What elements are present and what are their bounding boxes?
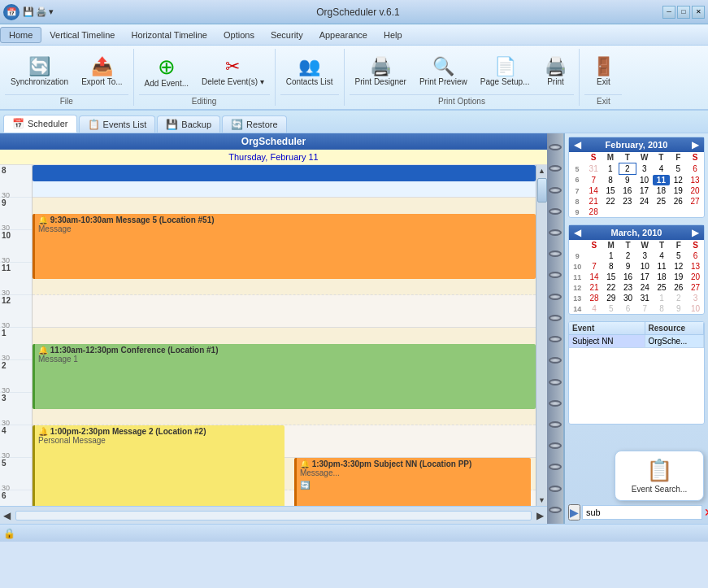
calendar-day[interactable]: 17 bbox=[636, 272, 654, 282]
calendar-day[interactable]: 25 bbox=[654, 282, 671, 293]
tab-scheduler[interactable]: 📅 Scheduler bbox=[3, 115, 77, 133]
print-quick-btn[interactable]: 🖨️ bbox=[36, 7, 47, 17]
calendar-day[interactable]: 6 bbox=[687, 250, 704, 261]
calendar-day[interactable]: 19 bbox=[670, 272, 687, 282]
calendar-day[interactable]: 22 bbox=[602, 282, 619, 293]
calendar-day[interactable]: 30 bbox=[619, 293, 636, 303]
calendar-day[interactable]: 8 bbox=[654, 303, 671, 314]
print-button[interactable]: 🖨️ Print bbox=[536, 49, 574, 94]
save-quick-btn[interactable]: 💾 bbox=[23, 7, 34, 17]
calendar-day[interactable] bbox=[619, 207, 636, 217]
calendar-day[interactable]: 16 bbox=[619, 272, 636, 282]
calendar-day[interactable]: 7 bbox=[585, 175, 602, 186]
event-message5[interactable]: 🔔 9:30am-10:30am Message 5 (Location #51… bbox=[33, 214, 536, 279]
calendar-day[interactable]: 27 bbox=[687, 282, 704, 293]
menu-security[interactable]: Security bbox=[263, 28, 311, 42]
scroll-thumb[interactable] bbox=[537, 178, 547, 203]
calendar-day[interactable]: 15 bbox=[602, 185, 619, 196]
calendar-day[interactable]: 15 bbox=[602, 272, 619, 282]
calendar-day[interactable]: 31 bbox=[585, 163, 602, 175]
search-input[interactable] bbox=[582, 505, 702, 520]
calendar-day[interactable]: 26 bbox=[670, 196, 687, 207]
calendar-day[interactable]: 7 bbox=[636, 303, 654, 314]
close-button[interactable]: ✕ bbox=[692, 6, 705, 19]
calendar-day[interactable]: 10 bbox=[636, 175, 653, 186]
scroll-right-button[interactable]: ▶ bbox=[533, 510, 547, 521]
calendar-day[interactable]: 17 bbox=[636, 185, 653, 196]
calendar-day[interactable]: 3 bbox=[636, 163, 653, 175]
calendar-day[interactable]: 10 bbox=[636, 261, 654, 272]
search-clear-button[interactable]: ✕ bbox=[704, 506, 708, 519]
calendar-day[interactable]: 1 bbox=[602, 250, 619, 261]
event-list-row[interactable]: Subject NN OrgSche... bbox=[569, 335, 704, 348]
calendar-day[interactable]: 11 bbox=[653, 175, 670, 186]
calendar-day[interactable]: 21 bbox=[585, 196, 602, 207]
tab-backup[interactable]: 💾 Backup bbox=[157, 115, 220, 133]
maximize-button[interactable]: □ bbox=[677, 6, 690, 19]
calendar-day[interactable]: 14 bbox=[585, 185, 602, 196]
minimize-button[interactable]: ─ bbox=[662, 6, 675, 19]
calendar-day[interactable]: 2 bbox=[670, 293, 687, 303]
calendar-day[interactable]: 12 bbox=[670, 261, 687, 272]
calendar-day[interactable]: 29 bbox=[602, 293, 619, 303]
calendar-day[interactable]: 3 bbox=[636, 250, 654, 261]
calendar-day[interactable] bbox=[670, 207, 687, 217]
calendar-day[interactable]: 13 bbox=[687, 175, 704, 186]
calendar-day[interactable]: 25 bbox=[653, 196, 670, 207]
calendar-day[interactable]: 7 bbox=[586, 261, 603, 272]
event-message2[interactable]: 🔔 1:00pm-2:30pm Message 2 (Location #2) … bbox=[33, 425, 285, 506]
calendar-day[interactable] bbox=[687, 207, 704, 217]
event-subjectnn[interactable]: 🔔 1:30pm-3:30pm Subject NN (Location PP)… bbox=[294, 458, 531, 506]
calendar-day[interactable]: 18 bbox=[654, 272, 671, 282]
scroll-up-button[interactable]: ▲ bbox=[538, 165, 545, 176]
calendar-day[interactable]: 6 bbox=[687, 163, 704, 175]
calendar-day[interactable]: 23 bbox=[619, 196, 636, 207]
calendar-day[interactable]: 24 bbox=[636, 196, 653, 207]
calendar-day[interactable]: 31 bbox=[636, 293, 654, 303]
calendar-day[interactable]: 9 bbox=[619, 175, 636, 186]
calendar-day[interactable]: 9 bbox=[619, 261, 636, 272]
menu-help[interactable]: Help bbox=[376, 28, 410, 42]
calendar-day[interactable]: 22 bbox=[602, 196, 619, 207]
calendar-day[interactable]: 12 bbox=[670, 175, 687, 186]
scroll-left-button[interactable]: ◀ bbox=[0, 510, 14, 521]
calendar-day[interactable]: 4 bbox=[586, 303, 603, 314]
contacts-list-button[interactable]: 👥 Contacts List bbox=[280, 49, 339, 94]
calendar-day[interactable]: 28 bbox=[586, 293, 603, 303]
calendar-day[interactable] bbox=[602, 207, 619, 217]
calendar-day[interactable]: 28 bbox=[585, 207, 602, 217]
calendar-day[interactable]: 23 bbox=[619, 282, 636, 293]
calendar-day[interactable]: 26 bbox=[670, 282, 687, 293]
menu-options[interactable]: Options bbox=[215, 28, 263, 42]
calendar-day[interactable] bbox=[653, 207, 670, 217]
page-setup-button[interactable]: 📄 Page Setup... bbox=[475, 49, 536, 94]
calendar-day[interactable]: 6 bbox=[619, 303, 636, 314]
menu-appearance[interactable]: Appearance bbox=[311, 28, 376, 42]
print-designer-button[interactable]: 🖨️ Print Designer bbox=[350, 49, 412, 94]
calendar-day[interactable]: 27 bbox=[687, 196, 704, 207]
event-8am[interactable] bbox=[33, 165, 536, 181]
calendar-day[interactable]: 8 bbox=[602, 175, 619, 186]
event-conference[interactable]: 🔔 11:30am-12:30pm Conference (Location #… bbox=[33, 344, 536, 409]
delete-event-button[interactable]: ✂ Delete Event(s) ▾ bbox=[196, 49, 270, 94]
calendar-day[interactable]: 14 bbox=[586, 272, 603, 282]
calendar-day[interactable]: 20 bbox=[687, 272, 704, 282]
calendar-day[interactable]: 10 bbox=[687, 303, 704, 314]
tab-restore[interactable]: 🔄 Restore bbox=[222, 115, 287, 133]
menu-home[interactable]: Home bbox=[0, 27, 41, 43]
horizontal-scroll-track[interactable] bbox=[15, 511, 532, 520]
calendar-day[interactable]: 5 bbox=[670, 163, 687, 175]
mar-prev-month-button[interactable]: ◀ bbox=[572, 227, 583, 238]
menu-horizontal-timeline[interactable]: Horizontal Timeline bbox=[123, 28, 215, 42]
calendar-day[interactable]: 21 bbox=[586, 282, 603, 293]
calendar-day[interactable]: 24 bbox=[636, 282, 654, 293]
calendar-day[interactable]: 19 bbox=[670, 185, 687, 196]
calendar-day[interactable]: 2 bbox=[619, 250, 636, 261]
scroll-down-button[interactable]: ▼ bbox=[538, 494, 545, 506]
calendar-day[interactable]: 16 bbox=[619, 185, 636, 196]
calendar-day[interactable]: 13 bbox=[687, 261, 704, 272]
exit-button[interactable]: 🚪 Exit bbox=[584, 49, 622, 94]
calendar-day[interactable]: 8 bbox=[602, 261, 619, 272]
mar-next-month-button[interactable]: ▶ bbox=[690, 227, 701, 238]
calendar-day[interactable]: 4 bbox=[654, 250, 671, 261]
